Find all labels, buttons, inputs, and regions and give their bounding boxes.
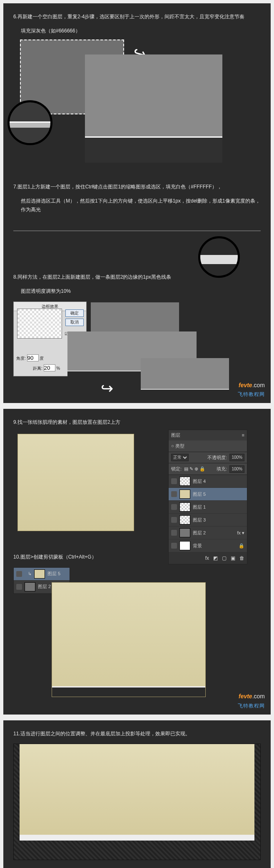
layer-row[interactable]: 图层 2fx ▾ xyxy=(169,527,247,539)
fx-icon[interactable]: fx xyxy=(205,554,209,562)
opacity-value[interactable]: 100% xyxy=(229,454,244,461)
dist-label: 距离: xyxy=(33,366,42,371)
layer-name: 图层 5 xyxy=(47,570,60,578)
step-11-text: 11.适当进行图层之间的位置调整、并在最底层加上投影等处理，效果即已实现。 xyxy=(13,730,261,738)
magnifier-icon xyxy=(198,236,240,278)
lock-label: 锁定: xyxy=(171,465,182,473)
preview-c xyxy=(141,358,229,396)
visibility-icon[interactable] xyxy=(16,571,22,577)
dialog-preview-thumb xyxy=(17,309,62,339)
layers-footer: fx◩▢▣🗑 xyxy=(169,552,247,564)
paper-texture xyxy=(17,434,134,531)
panel-1: 6.再新建一个空白图层，重复2-4步骤，选区要区别于上一次的外形，间距不宜太大，… xyxy=(3,3,271,403)
layer-row[interactable]: 图层 3 xyxy=(169,514,247,527)
angle-input[interactable] xyxy=(27,354,39,361)
visibility-icon[interactable] xyxy=(171,517,177,523)
magnifier-icon xyxy=(7,100,52,145)
layer-row[interactable]: 图层 5 xyxy=(169,488,247,501)
dist-row: 距离: % xyxy=(33,364,60,372)
step8-figure: 边框效果 确定 取消 ☑ 预览 角度: 度 距离: % ↪ xyxy=(13,302,261,393)
layers-panel: 图层≡ ○ 类型 正常 不透明度: 100% 锁定: ▤ ✎ ⊕ 🔒 填充: 1… xyxy=(168,430,247,564)
wm-sub: 飞特教程网 xyxy=(238,702,265,710)
step6-figure: ↪ xyxy=(13,38,261,175)
trash-icon[interactable]: 🗑 xyxy=(239,554,244,562)
layer-name: 图层 5 xyxy=(193,490,206,498)
visibility-icon[interactable] xyxy=(16,584,22,590)
blend-mode-select[interactable]: 正常 xyxy=(171,454,189,461)
panel-3: 11.适当进行图层之间的位置调整、并在最底层加上投影等处理，效果即已实现。 QQ… xyxy=(3,720,271,868)
fill-value[interactable]: 100% xyxy=(229,465,244,473)
clipped-paper xyxy=(52,582,206,697)
layer-name: 图层 2 xyxy=(38,583,51,591)
layer-row[interactable]: 图层 1 xyxy=(169,501,247,514)
panel-title: 图层 xyxy=(171,431,180,439)
visibility-icon[interactable] xyxy=(171,478,177,484)
new-layer-icon[interactable]: ▣ xyxy=(231,554,235,562)
panel-2: 9.找一张纸张肌理的素材，图层放置在图层2上方 图层≡ ○ 类型 正常 不透明度… xyxy=(3,409,271,715)
watermark: fevte.com 飞特教程网 xyxy=(238,692,265,710)
folder-icon[interactable]: ▢ xyxy=(222,554,227,562)
wm-dom: .com xyxy=(252,693,265,700)
layer-name: 图层 1 xyxy=(193,503,206,511)
lock-icon: 🔒 xyxy=(239,542,244,550)
highlight-line xyxy=(13,230,261,231)
visibility-icon[interactable] xyxy=(171,491,177,497)
panel-menu-icon[interactable]: ≡ xyxy=(242,431,244,439)
step-8b-text: 图层透明度调整为10% xyxy=(21,287,261,295)
cancel-button[interactable]: 取消 xyxy=(65,319,84,326)
filter-type[interactable]: ○ 类型 xyxy=(171,442,184,450)
angle-row: 角度: 度 xyxy=(16,354,44,362)
grey-layer-preview xyxy=(85,54,222,163)
final-paper xyxy=(20,744,254,837)
layer-row[interactable]: 图层 4 xyxy=(169,475,247,488)
visibility-icon[interactable] xyxy=(171,530,177,536)
final-result xyxy=(13,744,261,860)
layer-row[interactable]: ↳图层 5 xyxy=(14,568,70,581)
wm-dom: .com xyxy=(252,382,265,388)
step-7b-text: 然后选择选区工具（M），然后按1下向上的方向键，使选区向上平移1px，按del删… xyxy=(21,197,261,214)
deg-label: 度 xyxy=(40,356,44,361)
lock-icons[interactable]: ▤ ✎ ⊕ 🔒 xyxy=(184,465,205,473)
layer-name: 图层 3 xyxy=(193,516,206,524)
angle-label: 角度: xyxy=(16,356,26,361)
step7-figure xyxy=(13,220,261,270)
dist-input[interactable] xyxy=(44,364,55,371)
layer-name: 背景 xyxy=(193,542,202,550)
opacity-label: 不透明度: xyxy=(207,454,227,462)
watermark: fevte.com 飞特教程网 xyxy=(238,381,265,399)
step-6-text: 6.再新建一个空白图层，重复2-4步骤，选区要区别于上一次的外形，间距不宜太大，… xyxy=(13,12,261,21)
wm-sub: 飞特教程网 xyxy=(238,390,265,398)
layer-name: 图层 2 xyxy=(193,529,206,537)
fx-icon[interactable]: fx ▾ xyxy=(237,529,244,537)
perc-label: % xyxy=(56,366,60,371)
visibility-icon[interactable] xyxy=(171,543,177,549)
step-7-text: 7.图层1上方新建一个图层，按住Ctrl键点击图层1的缩略图形成选区，填充白色（… xyxy=(13,183,261,191)
visibility-icon[interactable] xyxy=(171,504,177,510)
arrow-icon: ↪ xyxy=(101,376,113,401)
fill-label: 填充: xyxy=(217,465,227,473)
layer-list: 图层 4 图层 5 图层 1 图层 3 图层 2fx ▾ 背景🔒 xyxy=(169,475,247,552)
step-9-text: 9.找一张纸张肌理的素材，图层放置在图层2上方 xyxy=(13,418,261,426)
mask-icon[interactable]: ◩ xyxy=(213,554,218,562)
wm-brand: fevte xyxy=(239,693,252,700)
ok-button[interactable]: 确定 xyxy=(65,309,84,317)
wm-brand: fevte xyxy=(239,382,252,388)
layer-name: 图层 4 xyxy=(193,477,206,485)
layer-row[interactable]: 背景🔒 xyxy=(169,539,247,552)
step-6b-text: 填充深灰色（如#666666） xyxy=(21,27,261,35)
